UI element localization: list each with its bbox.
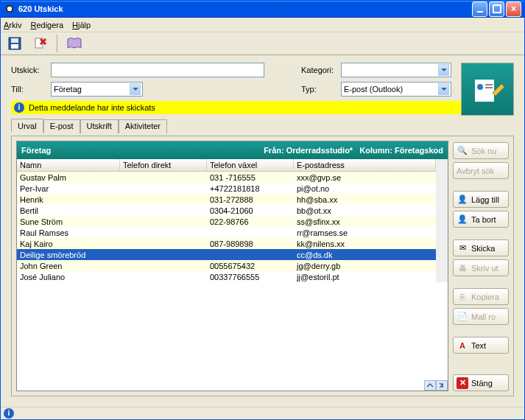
statusbar: i: [1, 407, 524, 419]
lagg-till-button[interactable]: 👤Lägg till: [453, 191, 509, 208]
table-body[interactable]: Gustav Palm031 -716555xxx@gvp.sePer-Ivar…: [17, 172, 436, 282]
tab-urval[interactable]: Urval: [11, 119, 43, 133]
cell-tv: 0055675432: [207, 262, 294, 270]
cell-namn: Per-Ivar: [17, 184, 120, 193]
text-button[interactable]: AText: [453, 337, 509, 354]
cell-namn: Kaj Kairo: [17, 239, 120, 248]
tab-aktiviteter[interactable]: Aktiviteter: [119, 119, 167, 133]
from-label: Från: Orderradsstudio*: [264, 146, 353, 155]
table-row[interactable]: Raul Ramsesrr@ramses.se: [17, 227, 436, 238]
cell-ep: cc@ds.dk: [294, 251, 436, 259]
cell-ep: pi@ot.no: [294, 184, 436, 193]
side-image: [461, 63, 514, 116]
book-button[interactable]: [65, 34, 84, 53]
avbryt-button: Avbryt sök: [453, 162, 509, 179]
till-combo[interactable]: Företag: [51, 82, 143, 97]
typ-combo[interactable]: E-post (Outlook): [341, 82, 451, 97]
menu-redigera[interactable]: Redigera: [30, 21, 63, 29]
text-icon: A: [457, 340, 468, 351]
kolumn-label: Kolumn: Företagskod: [359, 146, 443, 155]
close-button[interactable]: ×: [506, 1, 521, 17]
table-row[interactable]: John Green0055675432jg@derry.gb: [17, 260, 436, 271]
table-row[interactable]: Gustav Palm031 -716555xxx@gvp.se: [17, 172, 436, 183]
form-area: Utskick: Till: Företag Kategori:: [5, 60, 520, 97]
col-epost[interactable]: E-postadress: [294, 159, 436, 171]
template-icon: 📄: [457, 311, 468, 323]
kopiera-button: ⎘Kopiera: [453, 288, 509, 305]
till-label: Till:: [11, 85, 48, 94]
cell-namn: John Green: [17, 262, 120, 270]
utskick-label: Utskick:: [11, 66, 48, 74]
status-info-icon: i: [4, 408, 14, 419]
table-row[interactable]: Henrik031-272888hh@sba.xx: [17, 194, 436, 205]
cell-tv: 00337766555: [207, 273, 294, 281]
app-window: 620 Utskick × Arkiv Redigera Hjälp Utski…: [0, 0, 525, 420]
cell-namn: Gustav Palm: [17, 173, 120, 182]
close-icon: ✕: [457, 377, 468, 389]
col-telefon-direkt[interactable]: Telefon direkt: [120, 159, 207, 171]
cell-namn: Henrik: [17, 195, 120, 204]
typ-label: Typ:: [301, 85, 338, 94]
minimize-button[interactable]: [472, 1, 487, 17]
cell-tv: 087-989898: [207, 239, 294, 248]
vertical-scrollbar[interactable]: [436, 159, 448, 282]
notice-bar: i Detta meddelande har inte skickats: [11, 101, 514, 114]
typ-value: E-post (Outlook): [344, 85, 438, 94]
svg-rect-1: [11, 38, 18, 43]
skicka-button[interactable]: ✉Skicka: [453, 239, 509, 256]
tab-strip: Urval E-post Utskrift Aktiviteter: [11, 119, 514, 133]
tab-utskrift[interactable]: Utskrift: [80, 119, 119, 133]
cell-namn: Bertil: [17, 206, 120, 215]
save-button[interactable]: [5, 34, 24, 53]
app-icon: [4, 3, 15, 15]
main-panel: Företag Från: Orderradsstudio* Kolumn: F…: [11, 136, 514, 396]
svg-rect-9: [485, 87, 493, 88]
ta-bort-button[interactable]: 👤Ta bort: [453, 211, 509, 228]
sok-nu-button: 🔍Sök nu: [453, 142, 509, 159]
notice-text: Detta meddelande har inte skickats: [29, 103, 155, 112]
cell-tv: 0304-21060: [207, 206, 294, 215]
cell-namn: Sune Ström: [17, 217, 120, 226]
chevron-down-icon[interactable]: [438, 64, 449, 76]
mall-button: 📄Mall ro: [453, 308, 509, 325]
table-row[interactable]: Bertil0304-21060bb@ot.xx: [17, 205, 436, 216]
table-row[interactable]: Sune Ström022-98766ss@sfinx.xx: [17, 216, 436, 227]
table-title: Företag: [21, 146, 264, 155]
stang-button[interactable]: ✕Stäng: [453, 374, 509, 391]
toolbar: [1, 32, 524, 55]
menubar: Arkiv Redigera Hjälp: [1, 18, 524, 33]
column-headers: Namn Telefon direkt Telefon växel E-post…: [17, 159, 436, 172]
table-row[interactable]: Per-Ivar+4722181818pi@ot.no: [17, 183, 436, 194]
user-remove-icon: 👤: [457, 214, 468, 225]
chevron-down-icon[interactable]: [130, 83, 141, 95]
delete-button[interactable]: [30, 34, 49, 53]
menu-hjalp[interactable]: Hjälp: [72, 21, 91, 29]
info-icon: i: [14, 102, 24, 113]
cell-ep: xxx@gvp.se: [294, 173, 436, 182]
window-title: 620 Utskick: [18, 4, 472, 13]
svg-rect-2: [11, 44, 18, 49]
nav-icon-1[interactable]: [424, 380, 436, 391]
table-row[interactable]: Deilige smörebrödcc@ds.dk: [17, 249, 436, 260]
kategori-combo[interactable]: [341, 63, 451, 77]
kategori-label: Kategori:: [301, 66, 338, 74]
maximize-button[interactable]: [489, 1, 504, 17]
svg-rect-8: [485, 84, 493, 85]
cell-ep: ss@sfinx.xx: [294, 217, 436, 226]
copy-icon: ⎘: [457, 291, 468, 303]
cell-namn: Raul Ramses: [17, 228, 120, 237]
user-add-icon: 👤: [457, 194, 468, 206]
tab-epost[interactable]: E-post: [43, 119, 80, 133]
utskick-input[interactable]: [51, 63, 264, 77]
cell-tv: 031-272888: [207, 195, 294, 204]
cell-ep: hh@sba.xx: [294, 195, 436, 204]
chevron-down-icon[interactable]: [438, 83, 449, 95]
svg-point-7: [477, 84, 483, 90]
col-telefon-vaxel[interactable]: Telefon växel: [207, 159, 294, 171]
table-row[interactable]: Kaj Kairo087-989898kk@nilens.xx: [17, 238, 436, 249]
menu-arkiv[interactable]: Arkiv: [4, 21, 21, 29]
col-namn[interactable]: Namn: [17, 159, 120, 171]
nav-icon-2[interactable]: [436, 380, 448, 391]
button-panel: 🔍Sök nu Avbryt sök 👤Lägg till 👤Ta bort ✉…: [453, 141, 509, 391]
table-row[interactable]: José Juliano00337766555jj@estoril.pt: [17, 271, 436, 282]
